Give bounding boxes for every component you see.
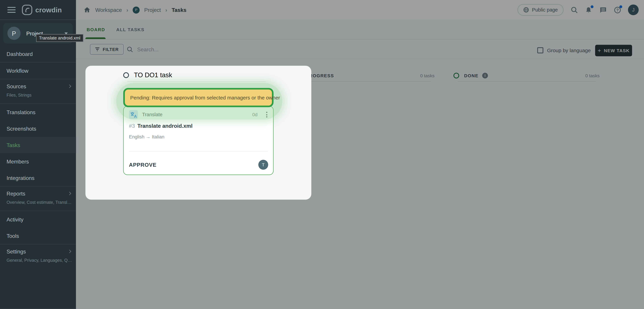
sidebar-item-translations[interactable]: Translations <box>0 104 76 120</box>
sidebar-item-screenshots[interactable]: Screenshots <box>0 120 76 137</box>
sidebar-item-label: Workflow <box>6 68 28 74</box>
column-header-todo-highlighted: TO DO 1 task <box>123 70 274 81</box>
crowdin-logo-text: crowdin <box>36 6 62 14</box>
sidebar-item-tools[interactable]: Tools <box>0 228 76 244</box>
sidebar-item-workflow[interactable]: Workflow <box>0 62 76 79</box>
sidebar-item-dashboard[interactable]: Dashboard <box>0 46 76 62</box>
sidebar-item-label: Translations <box>6 109 36 115</box>
task-card-footer: APPROVE T <box>129 159 268 170</box>
sidebar-item-members[interactable]: Members <box>0 153 76 170</box>
sidebar-item-sources[interactable]: Sources Files, Strings <box>0 79 76 104</box>
tour-tooltip: Pending: Requires approval from selected… <box>123 88 274 107</box>
task-language-pair: English → Italian <box>129 134 164 139</box>
card-divider <box>129 151 268 152</box>
sidebar-item-sublabel: Files, Strings <box>6 92 76 98</box>
project-selector-avatar: P <box>8 27 21 40</box>
status-circle-icon <box>123 72 129 78</box>
sidebar-item-label: Dashboard <box>6 51 33 57</box>
sidebar-item-settings[interactable]: Settings General, Privacy, Languages, Q… <box>0 244 76 268</box>
approve-button[interactable]: APPROVE <box>129 162 156 168</box>
crowdin-logo[interactable]: crowdin <box>22 4 62 15</box>
column-divider <box>128 81 266 82</box>
task-title: Translate android.xml <box>137 123 192 129</box>
sidebar-item-label: Screenshots <box>6 126 36 132</box>
column-task-count: 1 task <box>155 72 172 79</box>
app-window: Workspace › P Project › Tasks Public pag… <box>0 0 644 309</box>
task-id: #3 <box>129 123 135 129</box>
sidebar-item-integrations[interactable]: Integrations <box>0 170 76 186</box>
hamburger-menu-icon[interactable] <box>8 7 16 13</box>
sidebar-item-label: Settings <box>6 248 76 254</box>
sidebar-item-activity[interactable]: Activity <box>0 211 76 228</box>
crowdin-logo-icon <box>22 4 32 15</box>
sidebar-item-label: Sources <box>6 83 76 90</box>
sidebar: P Project Dashboard Workflow Sources Fil… <box>0 20 76 309</box>
sidebar-item-label: Reports <box>6 190 76 197</box>
sidebar-item-label: Members <box>6 158 29 164</box>
sidebar-item-label: Integrations <box>6 175 34 181</box>
task-title-row[interactable]: #3Translate android.xml <box>129 123 192 129</box>
sidebar-item-sublabel: General, Privacy, Languages, Q… <box>6 258 76 262</box>
sidebar-item-reports[interactable]: Reports Overview, Cost estimate, Transl… <box>0 186 76 210</box>
assignee-avatar[interactable]: T <box>258 160 268 170</box>
sidebar-item-tasks[interactable]: Tasks <box>0 137 76 153</box>
native-tooltip: Translate android.xml <box>36 34 83 42</box>
brand-area: crowdin <box>0 0 76 20</box>
sidebar-item-label: Activity <box>6 216 24 222</box>
sidebar-item-label: Tasks <box>6 142 20 148</box>
sidebar-item-sublabel: Overview, Cost estimate, Transl… <box>6 200 76 204</box>
column-title: TO DO <box>134 72 154 79</box>
tour-spotlight-panel: TO DO 1 task A Translate 0 <box>85 66 311 200</box>
sidebar-item-label: Tools <box>6 233 19 239</box>
